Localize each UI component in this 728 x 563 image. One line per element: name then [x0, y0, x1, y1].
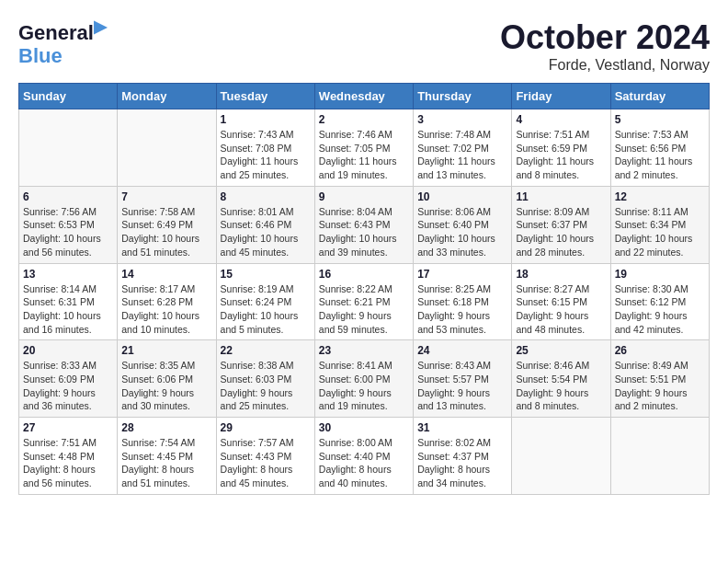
day-content: Sunrise: 8:27 AMSunset: 6:15 PMDaylight:… — [516, 282, 606, 337]
day-content: Sunrise: 8:19 AMSunset: 6:24 PMDaylight:… — [221, 282, 311, 337]
day-number: 14 — [121, 268, 211, 281]
weekday-header: Tuesday — [216, 84, 314, 109]
calendar-cell — [512, 418, 610, 495]
day-number: 9 — [319, 190, 409, 203]
calendar-cell: 15Sunrise: 8:19 AMSunset: 6:24 PMDayligh… — [216, 263, 314, 340]
day-number: 29 — [221, 421, 311, 434]
calendar-week-row: 1Sunrise: 7:43 AMSunset: 7:08 PMDaylight… — [19, 109, 710, 187]
day-content: Sunrise: 7:51 AMSunset: 4:48 PMDaylight:… — [23, 436, 113, 490]
title-block: October 2024 Forde, Vestland, Norway — [500, 18, 710, 74]
day-content: Sunrise: 8:46 AMSunset: 5:54 PMDaylight:… — [516, 359, 606, 413]
day-number: 30 — [319, 421, 409, 434]
day-number: 25 — [516, 344, 606, 357]
day-number: 15 — [221, 268, 311, 281]
day-content: Sunrise: 7:58 AMSunset: 6:49 PMDaylight:… — [121, 205, 211, 259]
day-content: Sunrise: 7:54 AMSunset: 4:45 PMDaylight:… — [121, 436, 211, 490]
calendar-cell: 18Sunrise: 8:27 AMSunset: 6:15 PMDayligh… — [512, 263, 610, 340]
calendar-cell: 28Sunrise: 7:54 AMSunset: 4:45 PMDayligh… — [118, 418, 216, 495]
day-content: Sunrise: 8:38 AMSunset: 6:03 PMDaylight:… — [221, 359, 311, 413]
day-number: 8 — [221, 190, 311, 203]
logo-blue: Blue — [18, 45, 107, 67]
day-content: Sunrise: 8:43 AMSunset: 5:57 PMDaylight:… — [417, 359, 507, 413]
weekday-header: Sunday — [19, 84, 118, 109]
calendar-cell: 19Sunrise: 8:30 AMSunset: 6:12 PMDayligh… — [610, 263, 709, 340]
day-content: Sunrise: 8:35 AMSunset: 6:06 PMDaylight:… — [121, 359, 211, 413]
weekday-header: Monday — [118, 84, 216, 109]
calendar-table: SundayMondayTuesdayWednesdayThursdayFrid… — [18, 83, 710, 495]
day-content: Sunrise: 8:06 AMSunset: 6:40 PMDaylight:… — [417, 205, 507, 259]
day-number: 31 — [417, 421, 507, 434]
calendar-cell: 31Sunrise: 8:02 AMSunset: 4:37 PMDayligh… — [414, 418, 512, 495]
day-content: Sunrise: 7:48 AMSunset: 7:02 PMDaylight:… — [417, 128, 507, 182]
day-number: 6 — [23, 190, 113, 203]
day-number: 21 — [121, 344, 211, 357]
day-number: 26 — [615, 344, 705, 357]
day-number: 12 — [615, 190, 705, 203]
day-number: 16 — [319, 268, 409, 281]
day-number: 28 — [121, 421, 211, 434]
calendar-cell: 10Sunrise: 8:06 AMSunset: 6:40 PMDayligh… — [414, 186, 512, 263]
calendar-cell: 24Sunrise: 8:43 AMSunset: 5:57 PMDayligh… — [414, 340, 512, 418]
calendar-cell: 4Sunrise: 7:51 AMSunset: 6:59 PMDaylight… — [512, 109, 610, 187]
day-content: Sunrise: 8:00 AMSunset: 4:40 PMDaylight:… — [319, 436, 409, 490]
calendar-cell: 27Sunrise: 7:51 AMSunset: 4:48 PMDayligh… — [19, 418, 118, 495]
day-number: 11 — [516, 190, 606, 203]
calendar-cell: 21Sunrise: 8:35 AMSunset: 6:06 PMDayligh… — [118, 340, 216, 418]
calendar-cell: 26Sunrise: 8:49 AMSunset: 5:51 PMDayligh… — [610, 340, 709, 418]
day-content: Sunrise: 8:30 AMSunset: 6:12 PMDaylight:… — [615, 282, 705, 337]
day-number: 18 — [516, 268, 606, 281]
day-number: 5 — [615, 113, 705, 126]
day-content: Sunrise: 7:57 AMSunset: 4:43 PMDaylight:… — [221, 436, 311, 490]
day-content: Sunrise: 8:25 AMSunset: 6:18 PMDaylight:… — [417, 282, 507, 337]
calendar-cell: 9Sunrise: 8:04 AMSunset: 6:43 PMDaylight… — [314, 186, 413, 263]
day-content: Sunrise: 8:41 AMSunset: 6:00 PMDaylight:… — [319, 359, 409, 413]
calendar-cell: 3Sunrise: 7:48 AMSunset: 7:02 PMDaylight… — [414, 109, 512, 187]
calendar-cell: 12Sunrise: 8:11 AMSunset: 6:34 PMDayligh… — [610, 186, 709, 263]
page-subtitle: Forde, Vestland, Norway — [500, 57, 710, 74]
day-content: Sunrise: 8:17 AMSunset: 6:28 PMDaylight:… — [121, 282, 211, 337]
weekday-header-row: SundayMondayTuesdayWednesdayThursdayFrid… — [19, 84, 710, 109]
calendar-cell: 13Sunrise: 8:14 AMSunset: 6:31 PMDayligh… — [19, 263, 118, 340]
calendar-cell: 14Sunrise: 8:17 AMSunset: 6:28 PMDayligh… — [118, 263, 216, 340]
logo-general: General — [18, 21, 94, 44]
calendar-cell — [118, 109, 216, 187]
calendar-cell: 2Sunrise: 7:46 AMSunset: 7:05 PMDaylight… — [314, 109, 413, 187]
day-number: 4 — [516, 113, 606, 126]
calendar-week-row: 20Sunrise: 8:33 AMSunset: 6:09 PMDayligh… — [19, 340, 710, 418]
calendar-cell: 5Sunrise: 7:53 AMSunset: 6:56 PMDaylight… — [610, 109, 709, 187]
day-content: Sunrise: 8:11 AMSunset: 6:34 PMDaylight:… — [615, 205, 705, 259]
day-number: 10 — [417, 190, 507, 203]
day-content: Sunrise: 8:09 AMSunset: 6:37 PMDaylight:… — [516, 205, 606, 259]
weekday-header: Thursday — [414, 84, 512, 109]
calendar-cell: 8Sunrise: 8:01 AMSunset: 6:46 PMDaylight… — [216, 186, 314, 263]
calendar-week-row: 27Sunrise: 7:51 AMSunset: 4:48 PMDayligh… — [19, 418, 710, 495]
day-content: Sunrise: 8:02 AMSunset: 4:37 PMDaylight:… — [417, 436, 507, 490]
day-number: 2 — [319, 113, 409, 126]
day-content: Sunrise: 7:53 AMSunset: 6:56 PMDaylight:… — [615, 128, 705, 182]
day-number: 23 — [319, 344, 409, 357]
calendar-cell: 17Sunrise: 8:25 AMSunset: 6:18 PMDayligh… — [414, 263, 512, 340]
day-content: Sunrise: 8:14 AMSunset: 6:31 PMDaylight:… — [23, 282, 113, 337]
calendar-cell: 6Sunrise: 7:56 AMSunset: 6:53 PMDaylight… — [19, 186, 118, 263]
day-number: 19 — [615, 268, 705, 281]
logo: General▶ Blue — [18, 18, 107, 67]
calendar-cell: 23Sunrise: 8:41 AMSunset: 6:00 PMDayligh… — [314, 340, 413, 418]
day-content: Sunrise: 8:49 AMSunset: 5:51 PMDaylight:… — [615, 359, 705, 413]
day-number: 22 — [221, 344, 311, 357]
calendar-cell: 1Sunrise: 7:43 AMSunset: 7:08 PMDaylight… — [216, 109, 314, 187]
day-number: 7 — [121, 190, 211, 203]
day-content: Sunrise: 8:33 AMSunset: 6:09 PMDaylight:… — [23, 359, 113, 413]
day-content: Sunrise: 8:22 AMSunset: 6:21 PMDaylight:… — [319, 282, 409, 337]
calendar-week-row: 6Sunrise: 7:56 AMSunset: 6:53 PMDaylight… — [19, 186, 710, 263]
logo-triangle: ▶ — [94, 17, 107, 36]
weekday-header: Friday — [512, 84, 610, 109]
day-number: 27 — [23, 421, 113, 434]
calendar-cell — [610, 418, 709, 495]
weekday-header: Wednesday — [314, 84, 413, 109]
day-number: 24 — [417, 344, 507, 357]
calendar-week-row: 13Sunrise: 8:14 AMSunset: 6:31 PMDayligh… — [19, 263, 710, 340]
calendar-cell: 11Sunrise: 8:09 AMSunset: 6:37 PMDayligh… — [512, 186, 610, 263]
page-title: October 2024 — [500, 18, 710, 57]
calendar-cell: 7Sunrise: 7:58 AMSunset: 6:49 PMDaylight… — [118, 186, 216, 263]
day-content: Sunrise: 7:56 AMSunset: 6:53 PMDaylight:… — [23, 205, 113, 259]
